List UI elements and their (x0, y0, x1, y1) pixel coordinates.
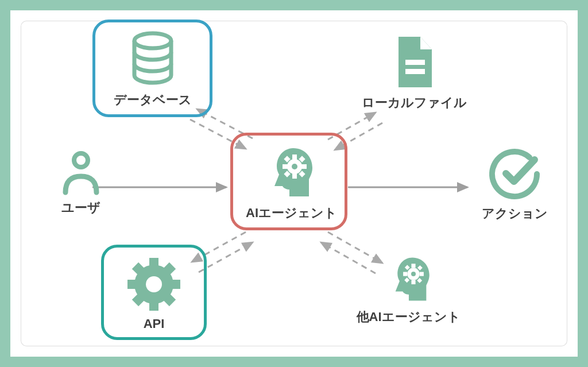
check-circle-icon (488, 147, 542, 202)
action-label: アクション (471, 205, 558, 222)
svg-rect-8 (301, 164, 307, 169)
node-database: データベース (92, 20, 212, 117)
svg-rect-2 (405, 60, 425, 65)
node-action: アクション (471, 147, 558, 222)
node-user: ユーザ (47, 150, 115, 217)
svg-rect-3 (405, 69, 425, 74)
localfile-label: ローカルファイル (348, 94, 480, 111)
node-localfile: ローカルファイル (348, 33, 480, 111)
svg-point-13 (292, 164, 297, 169)
svg-point-0 (74, 153, 88, 167)
svg-rect-5 (292, 154, 297, 160)
svg-rect-6 (292, 173, 297, 179)
database-icon (127, 30, 179, 88)
ai-agent-icon (262, 144, 316, 201)
database-label: データベース (108, 91, 197, 109)
node-agent: AIエージェント (230, 133, 347, 230)
ai-agent-icon (384, 253, 433, 305)
user-icon (61, 150, 101, 196)
svg-rect-17 (411, 264, 415, 268)
svg-rect-20 (419, 272, 423, 276)
file-icon (388, 33, 440, 91)
node-otheragent: 他AIエージェント (342, 253, 474, 326)
svg-point-1 (134, 33, 171, 48)
svg-rect-19 (403, 272, 407, 276)
user-label: ユーザ (47, 199, 115, 217)
arrow-api-to-agent (199, 242, 253, 272)
svg-rect-7 (283, 164, 288, 169)
api-label: API (117, 316, 191, 331)
diagram-canvas: ユーザ データベース ローカルファイル (21, 21, 567, 346)
diagram-frame: ユーザ データベース ローカルファイル (0, 0, 588, 367)
svg-rect-18 (411, 280, 415, 284)
gear-icon (125, 256, 183, 313)
svg-point-25 (411, 272, 415, 276)
otheragent-label: 他AIエージェント (342, 308, 474, 326)
node-api: API (101, 245, 207, 340)
agent-label: AIエージェント (246, 204, 332, 222)
svg-point-15 (146, 276, 162, 292)
